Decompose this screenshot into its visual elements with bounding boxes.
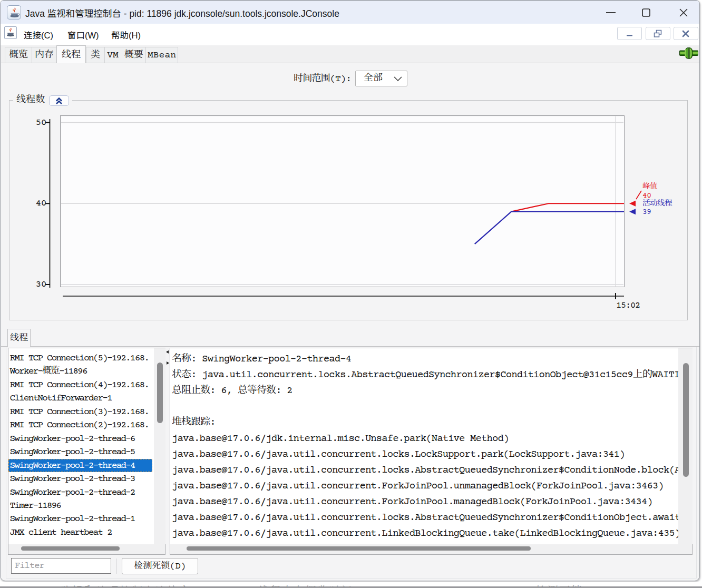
screen: { "window": { "title": "Java 监视和管理控制台 - …: [0, 0, 702, 588]
thread-list-item[interactable]: Worker-概览-11896: [8, 365, 154, 378]
thread-detail-pane: 名称: SwingWorker-pool-2-thread-4状态: java.…: [170, 348, 693, 555]
thread-list-item[interactable]: JMX client heartbeat 2: [8, 526, 154, 539]
tab-threads-detail[interactable]: 线程: [7, 329, 31, 347]
legend-peak-label: 峰值: [642, 183, 657, 191]
tab-threads[interactable]: 线程: [56, 45, 86, 63]
thread-list-pane: RMI TCP Connection(5)-192.168.Worker-概览-…: [8, 348, 165, 555]
thread-detail-line: java.base@17.0.6/java.util.concurrent.Fo…: [172, 478, 678, 494]
thread-detail-line: java.base@17.0.6/java.util.concurrent.Li…: [172, 525, 678, 541]
filter-input[interactable]: Filter: [11, 558, 111, 574]
thread-list-item[interactable]: SwingWorker-pool-2-thread-4: [8, 459, 152, 472]
split-collapse-right-icon: [167, 361, 169, 365]
detail-hscrollbar-thumb[interactable]: [187, 546, 531, 551]
thread-list-hscrollbar[interactable]: [8, 544, 165, 554]
thread-list-item[interactable]: RMI TCP Connection(5)-192.168.: [8, 351, 154, 365]
legend-live-value: 39: [642, 208, 651, 217]
thread-detail-line: 状态: java.util.concurrent.locks.AbstractQ…: [172, 367, 678, 383]
series-峰值: [511, 203, 624, 211]
thread-detail-line: java.base@17.0.6/java.util.concurrent.Fo…: [172, 494, 678, 509]
thread-detail-line: [172, 398, 678, 414]
thread-list-item[interactable]: ClientNotifForwarder-1: [8, 391, 154, 405]
thread-list-vscrollbar-thumb[interactable]: [157, 362, 163, 423]
detail-vscrollbar[interactable]: [678, 348, 693, 544]
thread-detail-line: 总阻止数: 6, 总等待数: 2: [172, 383, 678, 398]
thread-list-item[interactable]: RMI TCP Connection(3)-192.168.: [8, 405, 154, 418]
thread-detail-line: java.base@17.0.6/java.util.concurrent.lo…: [172, 462, 678, 478]
thread-list-item[interactable]: RMI TCP Connection(2)-192.168.: [8, 418, 154, 432]
thread-detail-line: java.base@17.0.6/jdk.internal.misc.Unsaf…: [172, 430, 678, 446]
thread-list-item[interactable]: Timer-11896: [8, 499, 154, 512]
split-divider[interactable]: [165, 348, 170, 555]
jconsole-window: Java 监视和管理控制台 - pid: 11896 jdk.jconsole/…: [0, 0, 700, 581]
peak-callout-line: [636, 191, 641, 199]
series-活动线程: [475, 212, 624, 244]
detect-deadlock-button[interactable]: 检测死锁(D): [122, 558, 198, 574]
thread-list-item[interactable]: SwingWorker-pool-2-thread-6: [8, 432, 154, 445]
filter-placeholder: Filter: [15, 558, 44, 573]
thread-list-hscrollbar-thumb[interactable]: [21, 546, 120, 551]
y-tick-label: 30: [28, 279, 46, 290]
detail-hscrollbar[interactable]: [170, 544, 692, 554]
thread-detail-line: java.base@17.0.6/java.util.concurrent.lo…: [172, 446, 678, 462]
y-tick-label: 50: [28, 117, 46, 128]
legend-peak-value: 40: [642, 192, 651, 200]
thread-detail-text: 名称: SwingWorker-pool-2-thread-4状态: java.…: [170, 348, 678, 544]
lower-tab-baseline: [1, 346, 700, 347]
detail-vscrollbar-thumb[interactable]: [683, 363, 689, 477]
thread-list-item[interactable]: SwingWorker-pool-2-thread-2: [8, 486, 154, 499]
thread-list-item[interactable]: RMI TCP Connection(4)-192.168.: [8, 378, 154, 391]
thread-list-item[interactable]: SwingWorker-pool-2-thread-1: [8, 512, 154, 525]
thread-list-item[interactable]: SwingWorker-pool-2-thread-5: [8, 445, 154, 458]
legend-live-label: 活动线程: [642, 200, 672, 208]
thread-detail-line: java.base@17.0.6/java.util.concurrent.lo…: [172, 509, 678, 525]
separator: [116, 558, 116, 574]
thread-detail-line: 名称: SwingWorker-pool-2-thread-4: [172, 351, 678, 367]
x-tick-label: 15:02: [616, 301, 640, 311]
thread-list-item[interactable]: SwingWorker-pool-2-thread-3: [8, 472, 154, 485]
marker-峰值: [629, 201, 636, 207]
y-tick-label: 40: [28, 198, 46, 209]
thread-detail-line: 堆栈跟踪:: [172, 414, 678, 430]
marker-活动线程: [629, 209, 636, 214]
thread-list-vscrollbar[interactable]: [154, 348, 165, 544]
split-one-touch-icons: [165, 348, 170, 369]
split-collapse-left-icon: [166, 350, 169, 354]
thread-list: RMI TCP Connection(5)-192.168.Worker-概览-…: [8, 348, 154, 544]
